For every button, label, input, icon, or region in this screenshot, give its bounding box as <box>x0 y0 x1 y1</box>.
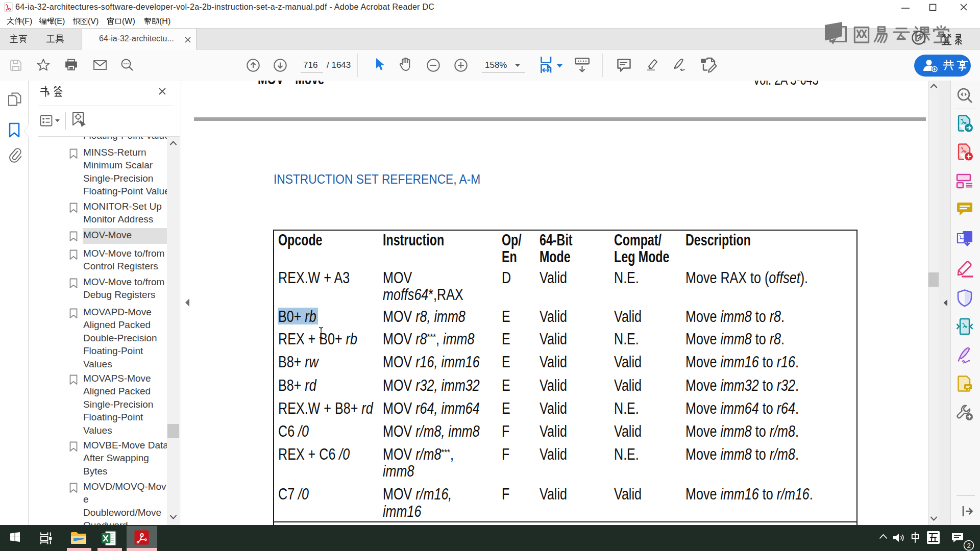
svg-text:?: ? <box>916 33 921 43</box>
svg-text:2: 2 <box>967 542 970 549</box>
